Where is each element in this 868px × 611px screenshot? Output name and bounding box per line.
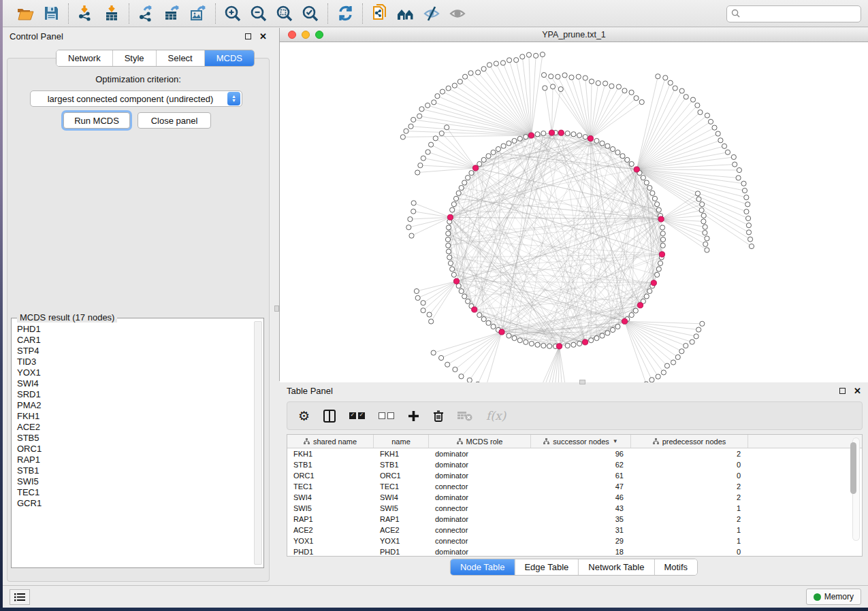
close-panel-icon[interactable]: ✕ xyxy=(259,33,267,39)
column-header-predecessor-nodes[interactable]: predecessor nodes xyxy=(631,435,748,448)
network-node[interactable] xyxy=(658,261,662,265)
mcds-node[interactable] xyxy=(659,252,664,257)
mcds-result-node[interactable]: GCR1 xyxy=(17,498,252,509)
network-node[interactable] xyxy=(583,135,588,139)
network-node[interactable] xyxy=(705,236,709,241)
mcds-result-node[interactable]: PMA2 xyxy=(17,400,252,411)
network-node[interactable] xyxy=(477,161,482,166)
network-node[interactable] xyxy=(446,86,451,90)
network-node[interactable] xyxy=(425,150,430,154)
network-canvas[interactable] xyxy=(280,42,868,382)
network-node[interactable] xyxy=(517,136,522,141)
network-node[interactable] xyxy=(431,350,436,355)
network-node[interactable] xyxy=(647,288,652,293)
network-node[interactable] xyxy=(660,231,665,236)
network-node[interactable] xyxy=(491,324,496,329)
search-input[interactable] xyxy=(726,5,861,22)
network-node[interactable] xyxy=(673,86,677,90)
criterion-dropdown[interactable]: largest connected component (undirected)… xyxy=(30,90,242,107)
network-node[interactable] xyxy=(696,327,701,332)
network-node[interactable] xyxy=(649,378,654,382)
mcds-node[interactable] xyxy=(447,214,453,220)
zoom-fit-icon[interactable] xyxy=(274,3,295,24)
mcds-result-list[interactable]: PHD1CAR1STP4TID3YOX1SWI4SRD1PMA2FKH1ACE2… xyxy=(12,324,252,563)
network-node[interactable] xyxy=(571,132,576,137)
network-node[interactable] xyxy=(450,208,455,212)
network-node[interactable] xyxy=(446,243,451,248)
network-node[interactable] xyxy=(705,113,709,118)
network-node[interactable] xyxy=(690,340,694,344)
network-node[interactable] xyxy=(736,176,741,180)
network-node[interactable] xyxy=(639,99,644,104)
network-node[interactable] xyxy=(496,146,500,151)
vertical-splitter[interactable] xyxy=(274,28,280,585)
network-node[interactable] xyxy=(647,185,652,190)
network-node[interactable] xyxy=(655,272,660,277)
network-node[interactable] xyxy=(417,114,422,118)
mcds-result-node[interactable]: ACE2 xyxy=(17,422,252,433)
network-node[interactable] xyxy=(486,320,491,325)
network-node[interactable] xyxy=(594,138,599,143)
mcds-result-node[interactable]: CAR1 xyxy=(17,335,252,346)
column-header-MCDS-role[interactable]: MCDS role xyxy=(429,435,531,448)
mcds-result-node[interactable]: SRD1 xyxy=(17,389,252,400)
network-node[interactable] xyxy=(541,131,546,135)
network-node[interactable] xyxy=(594,335,599,340)
table-row[interactable]: ACE2ACE2connector311 xyxy=(287,525,862,535)
network-node[interactable] xyxy=(486,154,491,159)
tab-edge-table[interactable]: Edge Table xyxy=(514,559,578,575)
network-node[interactable] xyxy=(644,294,649,299)
network-node[interactable] xyxy=(558,86,563,91)
network-node[interactable] xyxy=(565,131,570,135)
tab-node-table[interactable]: Node Table xyxy=(451,559,515,575)
network-node[interactable] xyxy=(487,63,492,67)
network-node[interactable] xyxy=(660,243,665,248)
network-node[interactable] xyxy=(656,267,661,271)
network-node[interactable] xyxy=(600,333,605,338)
delete-table-icon[interactable] xyxy=(457,411,472,421)
mcds-node[interactable] xyxy=(582,340,588,345)
network-node[interactable] xyxy=(746,230,751,235)
network-node[interactable] xyxy=(644,180,649,185)
network-node[interactable] xyxy=(549,74,553,79)
network-node[interactable] xyxy=(556,74,560,79)
deselect-all-icon[interactable] xyxy=(379,412,394,419)
mcds-node[interactable] xyxy=(472,307,477,312)
split-view-icon[interactable] xyxy=(323,410,336,423)
tab-select[interactable]: Select xyxy=(156,50,204,66)
network-node[interactable] xyxy=(540,52,545,56)
network-node[interactable] xyxy=(421,308,425,313)
splitter-grip[interactable] xyxy=(579,380,585,384)
mcds-node[interactable] xyxy=(549,130,554,135)
mcds-result-node[interactable]: PHD1 xyxy=(17,324,252,335)
network-node[interactable] xyxy=(684,344,688,348)
network-node[interactable] xyxy=(661,370,666,375)
network-node[interactable] xyxy=(615,324,620,329)
network-node[interactable] xyxy=(605,331,610,335)
network-node[interactable] xyxy=(656,208,661,212)
network-node[interactable] xyxy=(610,146,615,151)
network-node[interactable] xyxy=(701,213,706,218)
network-node[interactable] xyxy=(705,248,709,252)
task-history-button[interactable] xyxy=(10,589,30,605)
network-node[interactable] xyxy=(459,374,464,379)
network-node[interactable] xyxy=(448,261,453,265)
network-node[interactable] xyxy=(679,88,684,93)
network-node[interactable] xyxy=(446,231,451,236)
network-node[interactable] xyxy=(700,202,705,207)
network-node[interactable] xyxy=(741,181,746,186)
network-node[interactable] xyxy=(576,74,581,79)
network-node[interactable] xyxy=(529,341,534,346)
zoom-selected-icon[interactable] xyxy=(300,3,321,24)
network-node[interactable] xyxy=(737,167,741,172)
network-node[interactable] xyxy=(415,170,420,175)
export-image-icon[interactable] xyxy=(188,3,208,24)
network-node[interactable] xyxy=(450,267,455,271)
network-node[interactable] xyxy=(447,255,452,260)
mcds-node[interactable] xyxy=(651,280,656,286)
network-node[interactable] xyxy=(696,197,701,201)
network-node[interactable] xyxy=(596,81,600,86)
table-row[interactable]: YOX1YOX1connector291 xyxy=(287,535,862,546)
network-node[interactable] xyxy=(459,185,464,190)
network-window-titlebar[interactable]: YPA_prune.txt_1 xyxy=(280,28,868,42)
